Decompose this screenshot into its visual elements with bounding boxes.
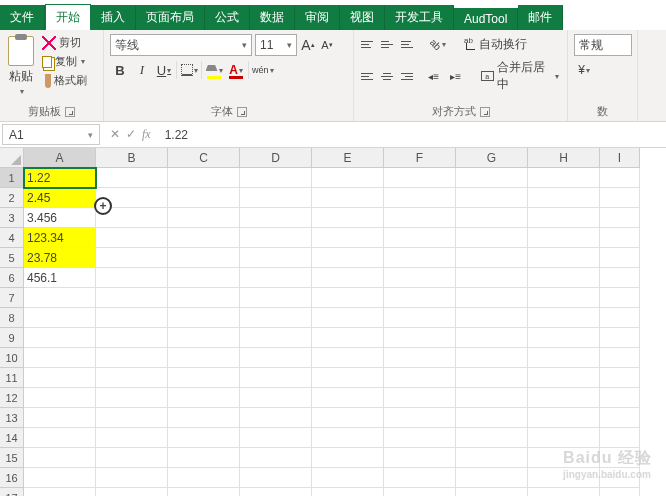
cell-C16[interactable] [168, 468, 240, 488]
cell-C14[interactable] [168, 428, 240, 448]
cell-C12[interactable] [168, 388, 240, 408]
cell-F13[interactable] [384, 408, 456, 428]
cell-H5[interactable] [528, 248, 600, 268]
cell-C8[interactable] [168, 308, 240, 328]
cell-G10[interactable] [456, 348, 528, 368]
cell-H10[interactable] [528, 348, 600, 368]
cell-D2[interactable] [240, 188, 312, 208]
cell-G17[interactable] [456, 488, 528, 496]
cell-B7[interactable] [96, 288, 168, 308]
cell-D10[interactable] [240, 348, 312, 368]
cell-B10[interactable] [96, 348, 168, 368]
align-right-button[interactable] [397, 68, 414, 84]
font-size-combo[interactable]: 11▾ [255, 34, 297, 56]
row-header-9[interactable]: 9 [0, 328, 24, 348]
cell-D9[interactable] [240, 328, 312, 348]
cell-A5[interactable]: 23.78 [24, 248, 96, 268]
cell-E12[interactable] [312, 388, 384, 408]
cell-D8[interactable] [240, 308, 312, 328]
col-header-F[interactable]: F [384, 148, 456, 168]
cell-D4[interactable] [240, 228, 312, 248]
clipboard-dialog-launcher[interactable] [65, 107, 75, 117]
cell-I3[interactable] [600, 208, 640, 228]
cell-A16[interactable] [24, 468, 96, 488]
cell-G2[interactable] [456, 188, 528, 208]
cell-C13[interactable] [168, 408, 240, 428]
cell-D13[interactable] [240, 408, 312, 428]
cell-C3[interactable] [168, 208, 240, 228]
align-left-button[interactable] [360, 68, 377, 84]
align-bottom-button[interactable] [400, 36, 418, 52]
cell-D17[interactable] [240, 488, 312, 496]
cell-B17[interactable] [96, 488, 168, 496]
cell-I13[interactable] [600, 408, 640, 428]
row-header-11[interactable]: 11 [0, 368, 24, 388]
col-header-D[interactable]: D [240, 148, 312, 168]
cell-B9[interactable] [96, 328, 168, 348]
cell-H14[interactable] [528, 428, 600, 448]
cell-E2[interactable] [312, 188, 384, 208]
tab-data[interactable]: 数据 [250, 5, 295, 30]
col-header-C[interactable]: C [168, 148, 240, 168]
cell-C10[interactable] [168, 348, 240, 368]
cell-I9[interactable] [600, 328, 640, 348]
cell-B15[interactable] [96, 448, 168, 468]
row-header-16[interactable]: 16 [0, 468, 24, 488]
col-header-G[interactable]: G [456, 148, 528, 168]
name-box[interactable]: A1▾ [2, 124, 100, 145]
cell-B8[interactable] [96, 308, 168, 328]
cell-B4[interactable] [96, 228, 168, 248]
cell-H1[interactable] [528, 168, 600, 188]
cell-F2[interactable] [384, 188, 456, 208]
wrap-text-button[interactable]: 自动换行 [462, 35, 529, 54]
row-header-8[interactable]: 8 [0, 308, 24, 328]
cell-A17[interactable] [24, 488, 96, 496]
cell-I7[interactable] [600, 288, 640, 308]
cell-G6[interactable] [456, 268, 528, 288]
copy-button[interactable]: 复制▾ [40, 53, 89, 70]
cell-I12[interactable] [600, 388, 640, 408]
tab-page-layout[interactable]: 页面布局 [136, 5, 205, 30]
cell-G4[interactable] [456, 228, 528, 248]
cell-C4[interactable] [168, 228, 240, 248]
italic-button[interactable]: I [132, 60, 152, 80]
row-header-4[interactable]: 4 [0, 228, 24, 248]
font-name-combo[interactable]: 等线▾ [110, 34, 252, 56]
cell-D11[interactable] [240, 368, 312, 388]
tab-review[interactable]: 审阅 [295, 5, 340, 30]
cell-H2[interactable] [528, 188, 600, 208]
cell-H7[interactable] [528, 288, 600, 308]
row-header-14[interactable]: 14 [0, 428, 24, 448]
cell-C6[interactable] [168, 268, 240, 288]
tab-developer[interactable]: 开发工具 [385, 5, 454, 30]
cell-I11[interactable] [600, 368, 640, 388]
row-header-15[interactable]: 15 [0, 448, 24, 468]
tab-insert[interactable]: 插入 [91, 5, 136, 30]
cell-F17[interactable] [384, 488, 456, 496]
row-header-10[interactable]: 10 [0, 348, 24, 368]
cell-E16[interactable] [312, 468, 384, 488]
cell-E6[interactable] [312, 268, 384, 288]
cell-H12[interactable] [528, 388, 600, 408]
font-color-button[interactable]: A▾ [226, 60, 246, 80]
row-header-5[interactable]: 5 [0, 248, 24, 268]
currency-button[interactable]: ¥▾ [574, 60, 594, 80]
cell-F9[interactable] [384, 328, 456, 348]
cell-E10[interactable] [312, 348, 384, 368]
cell-G8[interactable] [456, 308, 528, 328]
cell-I17[interactable] [600, 488, 640, 496]
cell-D16[interactable] [240, 468, 312, 488]
cell-C11[interactable] [168, 368, 240, 388]
cell-D14[interactable] [240, 428, 312, 448]
cell-B14[interactable] [96, 428, 168, 448]
cell-I8[interactable] [600, 308, 640, 328]
bold-button[interactable]: B [110, 60, 130, 80]
row-header-1[interactable]: 1 [0, 168, 24, 188]
cell-C15[interactable] [168, 448, 240, 468]
cell-C9[interactable] [168, 328, 240, 348]
cell-I10[interactable] [600, 348, 640, 368]
tab-file[interactable]: 文件 [0, 5, 45, 30]
cell-A14[interactable] [24, 428, 96, 448]
cell-H6[interactable] [528, 268, 600, 288]
accept-formula-icon[interactable]: ✓ [126, 127, 136, 142]
